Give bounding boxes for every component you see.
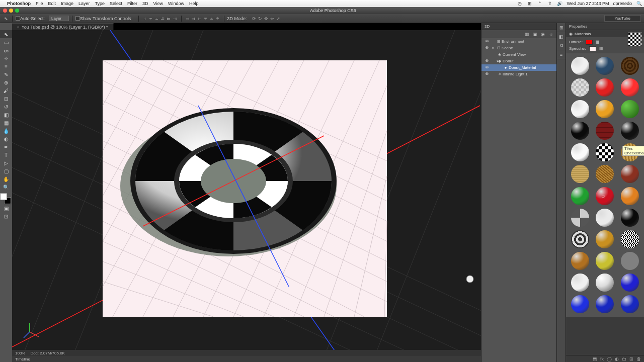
foreground-color[interactable] bbox=[0, 193, 7, 200]
menubar-extra-icon[interactable]: ⊞ bbox=[527, 1, 533, 7]
specular-texture-icon[interactable]: ▦ bbox=[599, 46, 603, 51]
material-preset[interactable] bbox=[621, 295, 639, 313]
filter-light-icon[interactable]: ☼ bbox=[548, 32, 553, 37]
material-preset[interactable] bbox=[621, 230, 639, 248]
scene-tree-item[interactable]: 👁▾◆Donut bbox=[481, 58, 556, 64]
footer-icon[interactable]: ⬒ bbox=[593, 356, 597, 361]
material-preset[interactable] bbox=[596, 252, 614, 270]
align-icon[interactable]: ⫟ bbox=[148, 16, 154, 22]
scene-tree-item[interactable]: 👁●Donut_Material bbox=[481, 64, 556, 71]
collapsed-panel-icon[interactable]: ≡ bbox=[557, 50, 566, 59]
material-preset[interactable] bbox=[596, 274, 614, 292]
material-preset[interactable] bbox=[571, 143, 589, 161]
material-preset[interactable] bbox=[621, 78, 639, 97]
material-preset[interactable] bbox=[571, 187, 589, 205]
distribute-icon[interactable]: ⫧ bbox=[203, 16, 209, 22]
fx-icon[interactable]: fx bbox=[600, 356, 604, 361]
blur-tool[interactable]: 💧 bbox=[0, 127, 12, 135]
bluetooth-icon[interactable]: ⌃ bbox=[537, 1, 543, 7]
material-preset[interactable] bbox=[596, 295, 614, 313]
specular-swatch[interactable] bbox=[589, 46, 596, 51]
brush-tool[interactable]: 🖌 bbox=[0, 86, 12, 95]
3d-orbit-icon[interactable]: ⟳ bbox=[251, 16, 257, 22]
lasso-tool[interactable]: ᔕ bbox=[0, 46, 12, 54]
distribute-icon[interactable]: ⫦ bbox=[197, 16, 203, 22]
screenmode-tool[interactable]: ⊡ bbox=[0, 212, 12, 220]
filter-scene-icon[interactable]: ▦ bbox=[524, 32, 529, 37]
material-preset[interactable] bbox=[571, 274, 589, 292]
filter-mesh-icon[interactable]: ▣ bbox=[532, 32, 537, 37]
close-button[interactable] bbox=[3, 9, 7, 13]
distribute-icon[interactable]: ⫨ bbox=[209, 16, 215, 22]
material-preset[interactable] bbox=[621, 187, 639, 205]
scene-tree-item[interactable]: 👁⊞Environment bbox=[481, 38, 556, 45]
3d-scale-icon[interactable]: ⤢ bbox=[275, 16, 281, 22]
dodge-tool[interactable]: ◐ bbox=[0, 135, 12, 143]
material-preset[interactable] bbox=[621, 252, 639, 270]
material-preset[interactable] bbox=[596, 143, 614, 161]
material-preset[interactable] bbox=[621, 209, 639, 227]
material-preset[interactable] bbox=[571, 252, 589, 270]
material-preset[interactable]: ☟ bbox=[596, 187, 614, 205]
quickmask-tool[interactable]: ▣ bbox=[0, 204, 12, 212]
align-icon[interactable]: ⫣ bbox=[172, 16, 178, 22]
scene-tree-item[interactable]: ◈Current View bbox=[481, 51, 556, 58]
menubar-user[interactable]: dpresedo bbox=[613, 1, 632, 6]
properties-tab[interactable]: Properties bbox=[566, 23, 644, 30]
material-preset[interactable] bbox=[596, 78, 614, 97]
adjustment-icon[interactable]: ◐ bbox=[615, 356, 619, 361]
material-preset[interactable] bbox=[571, 209, 589, 227]
material-preset[interactable] bbox=[596, 122, 614, 140]
material-preset[interactable] bbox=[571, 165, 589, 183]
filter-material-icon[interactable]: ◉ bbox=[540, 32, 545, 37]
zoom-tool[interactable]: 🔍 bbox=[0, 183, 12, 191]
material-preset[interactable] bbox=[596, 100, 614, 118]
3d-slide-icon[interactable]: ⇔ bbox=[269, 16, 275, 22]
shape-tool[interactable]: ▢ bbox=[0, 167, 12, 175]
material-preset[interactable] bbox=[571, 78, 589, 97]
diffuse-swatch[interactable] bbox=[586, 40, 593, 45]
path-tool[interactable]: ▷ bbox=[0, 159, 12, 167]
material-preset[interactable] bbox=[621, 100, 639, 118]
material-preset[interactable] bbox=[621, 143, 639, 161]
showtransform-checkbox[interactable] bbox=[75, 16, 80, 21]
history-brush-tool[interactable]: ↺ bbox=[0, 103, 12, 111]
wifi-icon[interactable]: ⥣ bbox=[547, 1, 553, 7]
diffuse-texture-icon[interactable]: ▦ bbox=[596, 40, 600, 44]
new-icon[interactable]: ⊞ bbox=[629, 356, 633, 361]
volume-icon[interactable]: 🔊 bbox=[557, 1, 563, 7]
material-preset[interactable] bbox=[621, 165, 639, 183]
crop-tool[interactable]: ⌗ bbox=[0, 62, 12, 70]
collapsed-panel-icon[interactable]: ⧉ bbox=[557, 41, 566, 50]
mask-icon[interactable]: ◯ bbox=[607, 356, 612, 361]
menu-filter[interactable]: Filter bbox=[127, 1, 137, 6]
material-preset[interactable] bbox=[596, 230, 614, 248]
distribute-icon[interactable]: ⫤ bbox=[185, 16, 191, 22]
fgbg-swatch[interactable] bbox=[0, 193, 11, 204]
zoom-button[interactable] bbox=[15, 9, 19, 13]
menu-layer[interactable]: Layer bbox=[78, 1, 90, 6]
eraser-tool[interactable]: ◧ bbox=[0, 111, 12, 119]
folder-icon[interactable]: 🗀 bbox=[622, 356, 626, 361]
menu-edit[interactable]: Edit bbox=[48, 1, 56, 6]
canvas[interactable] bbox=[12, 30, 481, 352]
3d-roll-icon[interactable]: ↻ bbox=[257, 16, 263, 22]
eyedropper-tool[interactable]: ✎ bbox=[0, 70, 12, 78]
gradient-tool[interactable]: ▦ bbox=[0, 119, 12, 127]
material-preset[interactable] bbox=[571, 100, 589, 118]
material-preset[interactable] bbox=[571, 57, 589, 75]
distribute-icon[interactable]: ⫩ bbox=[215, 16, 221, 22]
scene-tree-item[interactable]: 👁▾⊡Scene bbox=[481, 45, 556, 51]
pen-tool[interactable]: ✒ bbox=[0, 143, 12, 151]
wand-tool[interactable]: ✧ bbox=[0, 54, 12, 62]
material-preset[interactable] bbox=[621, 122, 639, 140]
align-icon[interactable]: ⫢ bbox=[166, 16, 172, 22]
material-preset[interactable] bbox=[621, 57, 639, 75]
stamp-tool[interactable]: ⊟ bbox=[0, 95, 12, 103]
material-presets-grid[interactable]: ☟Tiles Checkerboard bbox=[566, 53, 644, 317]
menu-type[interactable]: Type bbox=[95, 1, 105, 6]
material-preset[interactable] bbox=[596, 57, 614, 75]
timeline-panel[interactable]: Timeline bbox=[12, 356, 481, 362]
menu-image[interactable]: Image bbox=[61, 1, 73, 6]
minimize-button[interactable] bbox=[9, 9, 13, 13]
